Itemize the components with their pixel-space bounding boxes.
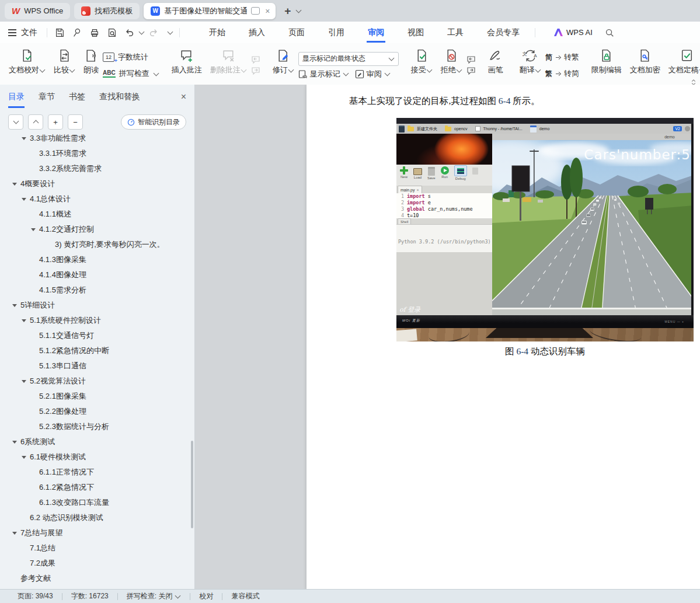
undo-button[interactable] <box>122 26 137 40</box>
menu-insert[interactable]: 插入 <box>248 23 266 43</box>
previous-comment-icon[interactable] <box>251 56 260 64</box>
to-traditional-button[interactable]: 简 转繁 <box>545 50 579 64</box>
document-page[interactable]: 基本上实现了设定的目标,其过程如图 6-4 所示。 新建文件夹 opencv T… <box>307 85 700 590</box>
sidebar-scrollbar[interactable] <box>191 441 193 528</box>
pin-button[interactable] <box>69 26 85 40</box>
tab-list-chevron-icon[interactable] <box>296 8 302 13</box>
toc-item[interactable]: 5.1.1交通信号灯 <box>0 328 194 343</box>
expand-all-button[interactable] <box>8 114 23 130</box>
tab-current-document[interactable]: W 基于图像处理的智能交通灯控 × <box>144 3 276 19</box>
toc-item[interactable]: 4.1.2交通灯控制 <box>0 222 194 237</box>
toc-item[interactable]: 6.1.1正常情况下 <box>0 465 194 480</box>
toc-item[interactable]: 4.1.1概述 <box>0 207 194 222</box>
toc-item[interactable]: 3) 黄灯亮时,要求每秒闪亮一次。 <box>0 237 194 252</box>
compat-mode-indicator[interactable]: 兼容模式 <box>231 591 259 601</box>
figure-image[interactable]: 新建文件夹 opencv Thonny - /home/TAI... demo … <box>396 118 694 341</box>
toc-item[interactable]: 5.1.3串口通信 <box>0 358 194 374</box>
collapse-arrow-icon[interactable] <box>22 137 26 140</box>
markup-state-select[interactable]: 显示标记的最终状态 <box>298 52 399 66</box>
hamburger-icon[interactable] <box>8 32 16 33</box>
read-aloud-button[interactable]: 朗读 <box>79 45 103 86</box>
toc-item[interactable]: 5.1.2紧急情况的中断 <box>0 343 194 358</box>
spell-check-status[interactable]: 拼写检查: 关闭 <box>127 591 182 601</box>
next-comment-icon[interactable] <box>251 67 260 75</box>
menu-tools[interactable]: 工具 <box>446 23 465 43</box>
print-button[interactable] <box>87 26 102 40</box>
tab-wps-home[interactable]: W WPS Office <box>5 3 70 19</box>
toc-item[interactable]: 4.1.4图像处理 <box>0 267 194 283</box>
toc-item[interactable]: 4概要设计 <box>0 176 194 191</box>
doc-proof-button[interactable]: 文档校对 <box>5 45 50 86</box>
collapse-arrow-icon[interactable] <box>22 198 26 201</box>
encrypt-document-button[interactable]: 文档加密 <box>626 45 664 86</box>
toc-item[interactable]: 参考文献 <box>0 571 194 586</box>
menu-page[interactable]: 页面 <box>287 23 306 43</box>
word-count-button[interactable]: 12+ 字数统计 <box>103 50 159 64</box>
collapse-arrow-icon[interactable] <box>22 456 26 459</box>
proofread-button[interactable]: 校对 <box>199 591 213 601</box>
toc-item[interactable]: 7.2成果 <box>0 556 194 571</box>
collapse-arrow-icon[interactable] <box>12 183 17 186</box>
menu-member[interactable]: 会员专享 <box>486 23 521 43</box>
tab-docer-templates[interactable]: 找稻壳模板 <box>74 3 140 19</box>
compare-button[interactable]: 比较 <box>50 45 79 86</box>
reject-change-button[interactable]: 拒绝 <box>437 45 466 86</box>
toc-item[interactable]: 6.1硬件模块测试 <box>0 449 194 465</box>
next-change-icon[interactable] <box>466 67 476 75</box>
to-simplified-button[interactable]: 繁 转简 <box>545 67 579 81</box>
toc-item[interactable]: 5详细设计 <box>0 298 194 313</box>
close-tab-icon[interactable]: × <box>264 7 271 15</box>
smart-toc-button[interactable]: 智能识别目录 <box>121 114 186 130</box>
collapse-arrow-icon[interactable] <box>12 441 17 444</box>
close-sidebar-icon[interactable]: × <box>181 92 186 102</box>
translate-button[interactable]: 文 A 翻译 <box>516 45 545 86</box>
toc-item[interactable]: 5.2.1图像采集 <box>0 389 194 404</box>
toc-item[interactable]: 3.3.2系统完善需求 <box>0 161 194 176</box>
toc-item[interactable]: 4.1.3图像采集 <box>0 252 194 267</box>
redo-button[interactable] <box>146 26 161 40</box>
menu-home[interactable]: 开始 <box>208 23 227 43</box>
toc-item[interactable]: 3.3.1环境需求 <box>0 146 194 161</box>
collapse-arrow-icon[interactable] <box>12 532 17 535</box>
menu-reference[interactable]: 引用 <box>327 23 346 43</box>
toc-item[interactable]: 6.1.3改变路口车流量 <box>0 495 194 510</box>
toc-item[interactable]: 4.1总体设计 <box>0 191 194 207</box>
brush-button[interactable]: 画笔 <box>484 45 507 86</box>
wps-ai-button[interactable]: WPS AI <box>554 28 593 37</box>
previous-change-icon[interactable] <box>466 56 476 64</box>
menu-review[interactable]: 审阅 <box>367 23 385 43</box>
toc-item[interactable]: 6.2 动态识别模块测试 <box>0 510 194 525</box>
collapse-arrow-icon[interactable] <box>22 380 26 383</box>
collapse-all-button[interactable] <box>28 114 43 130</box>
collapse-arrow-icon[interactable] <box>12 304 17 307</box>
print-preview-button[interactable] <box>105 26 120 40</box>
toc-item[interactable]: 4.1.5需求分析 <box>0 283 194 298</box>
menu-view[interactable]: 视图 <box>406 23 425 43</box>
delete-comment-button[interactable]: 删除批注 <box>206 45 251 86</box>
review-pane-button[interactable]: 审阅 <box>355 69 391 79</box>
toc-item[interactable]: 5.2.3数据统计与分析 <box>0 419 194 434</box>
sidebar-tab-bookmarks[interactable]: 书签 <box>69 86 85 108</box>
toc-item[interactable]: 6.1.2紧急情况下 <box>0 480 194 495</box>
toc-item[interactable]: 5.1系统硬件控制设计 <box>0 313 194 328</box>
zoom-out-toc-button[interactable]: − <box>68 114 83 130</box>
toc-item[interactable]: 6系统测试 <box>0 434 194 449</box>
quick-access-chevron-icon[interactable] <box>168 29 173 35</box>
toc-item[interactable]: 5.2.2图像处理 <box>0 404 194 419</box>
collapse-arrow-icon[interactable] <box>31 228 36 231</box>
track-changes-button[interactable]: 修订 <box>269 45 298 86</box>
zoom-in-toc-button[interactable]: + <box>48 114 63 130</box>
toc-item[interactable]: 5.2视觉算法设计 <box>0 374 194 389</box>
accept-change-button[interactable]: 接受 <box>407 45 437 86</box>
restrict-editing-button[interactable]: 限制编辑 <box>587 45 626 86</box>
save-button[interactable] <box>52 26 67 40</box>
collapse-arrow-icon[interactable] <box>22 319 26 322</box>
new-tab-button[interactable]: + <box>280 5 295 18</box>
toc-item[interactable]: 7.1总结 <box>0 541 194 556</box>
sidebar-tab-find-replace[interactable]: 查找和替换 <box>99 86 140 108</box>
insert-comment-button[interactable]: 插入批注 <box>168 45 206 86</box>
toc-item[interactable]: 7总结与展望 <box>0 525 194 541</box>
toc-item[interactable]: 3.3非功能性需求 <box>0 131 194 146</box>
spell-check-button[interactable]: ABC 拼写检查 <box>103 67 159 81</box>
show-markup-button[interactable]: 显示标记 <box>298 69 349 79</box>
